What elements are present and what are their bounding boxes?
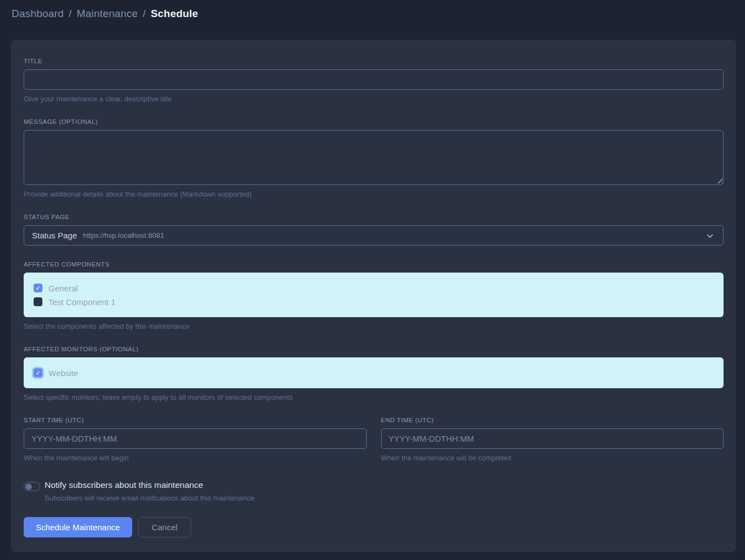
message-textarea[interactable] xyxy=(24,130,724,185)
title-input[interactable] xyxy=(24,69,724,90)
start-time-input[interactable] xyxy=(24,428,367,449)
notify-text-block: Notify subscribers about this maintenanc… xyxy=(45,480,254,502)
component-option-label: Test Component 1 xyxy=(48,297,116,307)
checkbox-icon[interactable]: ✓ xyxy=(34,368,42,377)
end-time-help: When the maintenance will be completed xyxy=(381,454,724,462)
breadcrumb-separator: / xyxy=(69,8,72,19)
title-field-group: TITLE Give your maintenance a clear, des… xyxy=(24,58,724,103)
status-page-label: STATUS PAGE xyxy=(24,214,724,220)
component-option-test-component-1[interactable]: ✓ Test Component 1 xyxy=(34,295,714,308)
toggle-knob xyxy=(25,483,32,490)
affected-components-label: AFFECTED COMPONENTS xyxy=(24,261,724,268)
breadcrumb-separator: / xyxy=(143,8,145,19)
end-time-input[interactable] xyxy=(381,428,724,449)
affected-monitors-label: AFFECTED MONITORS (OPTIONAL) xyxy=(24,346,724,352)
affected-components-listbox: ✓ General ✓ Test Component 1 xyxy=(24,273,724,317)
status-page-selected-url: https://hsp.localhost:8081 xyxy=(83,231,164,240)
component-option-general[interactable]: ✓ General xyxy=(34,281,714,295)
affected-monitors-listbox: ✓ Website xyxy=(24,357,724,388)
cancel-button[interactable]: Cancel xyxy=(138,517,192,537)
breadcrumb-dashboard[interactable]: Dashboard xyxy=(12,8,64,19)
notify-subscribers-toggle[interactable] xyxy=(24,482,40,491)
message-label: MESSAGE (OPTIONAL) xyxy=(24,118,724,125)
end-time-field-group: END TIME (UTC) When the maintenance will… xyxy=(381,417,724,462)
affected-components-field-group: AFFECTED COMPONENTS ✓ General ✓ Test Com… xyxy=(24,261,724,330)
notify-subscribers-row: Notify subscribers about this maintenanc… xyxy=(24,480,724,502)
message-field-group: MESSAGE (OPTIONAL) Provide additional de… xyxy=(24,118,724,198)
topbar: Dashboard/Maintenance/Schedule xyxy=(0,0,745,28)
start-time-help: When the maintenance will begin xyxy=(24,454,367,462)
component-option-label: General xyxy=(48,284,78,293)
end-time-label: END TIME (UTC) xyxy=(381,417,724,423)
status-page-field-group: STATUS PAGE Status Page https://hsp.loca… xyxy=(24,214,724,246)
status-page-select[interactable]: Status Page https://hsp.localhost:8081 xyxy=(24,225,724,246)
breadcrumb-schedule-current: Schedule xyxy=(151,8,198,19)
notify-subscribers-label[interactable]: Notify subscribers about this maintenanc… xyxy=(45,480,254,490)
start-time-label: START TIME (UTC) xyxy=(24,417,367,423)
checkbox-icon[interactable]: ✓ xyxy=(34,297,42,306)
monitor-option-label: Website xyxy=(48,368,78,378)
time-fields-row: START TIME (UTC) When the maintenance wi… xyxy=(24,417,724,462)
notify-subscribers-help: Subscribers will receive email notificat… xyxy=(45,494,254,502)
schedule-maintenance-form: TITLE Give your maintenance a clear, des… xyxy=(11,40,736,552)
affected-monitors-field-group: AFFECTED MONITORS (OPTIONAL) ✓ Website S… xyxy=(24,346,724,401)
checkbox-icon[interactable]: ✓ xyxy=(34,284,42,292)
schedule-maintenance-button[interactable]: Schedule Maintenance xyxy=(24,517,132,537)
form-actions: Schedule Maintenance Cancel xyxy=(24,517,724,537)
breadcrumb-maintenance[interactable]: Maintenance xyxy=(77,8,138,19)
breadcrumb: Dashboard/Maintenance/Schedule xyxy=(12,8,198,20)
chevron-down-icon xyxy=(706,232,714,240)
title-help: Give your maintenance a clear, descripti… xyxy=(24,95,724,103)
affected-monitors-help: Select specific monitors; leave empty to… xyxy=(24,393,724,401)
monitor-option-website[interactable]: ✓ Website xyxy=(34,366,714,379)
status-page-selected-name: Status Page xyxy=(32,231,77,240)
start-time-field-group: START TIME (UTC) When the maintenance wi… xyxy=(24,417,367,462)
title-label: TITLE xyxy=(24,58,724,64)
message-help: Provide additional details about the mai… xyxy=(24,190,724,198)
affected-components-help: Select the components affected by this m… xyxy=(24,322,724,330)
